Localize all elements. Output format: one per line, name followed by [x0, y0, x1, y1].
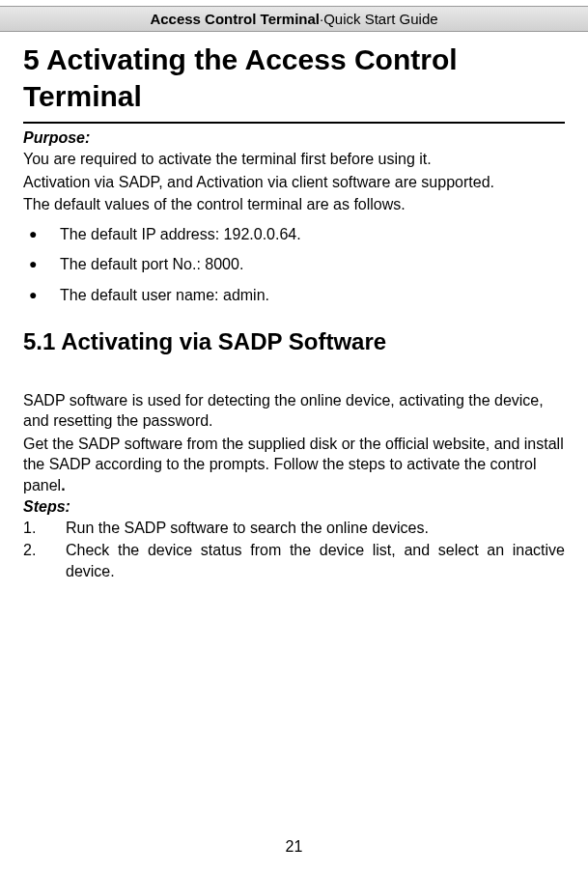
chapter-title: 5 Activating the Access Control Terminal: [23, 42, 565, 114]
defaults-list: The default IP address: 192.0.0.64. The …: [23, 219, 565, 311]
page-number: 21: [0, 838, 588, 856]
sadp-intro-1: SADP software is used for detecting the …: [23, 390, 565, 432]
header-doc-type: Quick Start Guide: [323, 11, 437, 27]
sadp-intro-2-period: .: [61, 477, 65, 493]
purpose-label: Purpose:: [23, 129, 565, 147]
sadp-intro-2: Get the SADP software from the supplied …: [23, 434, 565, 496]
list-item: The default IP address: 192.0.0.64.: [23, 219, 565, 250]
purpose-line-3: The default values of the control termin…: [23, 194, 565, 215]
purpose-line-2: Activation via SADP, and Activation via …: [23, 172, 565, 193]
page-content: 5 Activating the Access Control Terminal…: [0, 42, 588, 581]
header-product: Access Control Terminal: [150, 11, 320, 27]
list-item: Check the device status from the device …: [23, 540, 565, 581]
list-item: Run the SADP software to search the onli…: [23, 518, 565, 539]
list-item: The default user name: admin.: [23, 280, 565, 311]
purpose-line-1: You are required to activate the termina…: [23, 149, 565, 170]
sadp-intro-2-text: Get the SADP software from the supplied …: [23, 436, 564, 493]
list-item: The default port No.: 8000.: [23, 249, 565, 280]
section-title: 5.1 Activating via SADP Software: [23, 328, 565, 355]
document-header: Access Control Terminal·Quick Start Guid…: [0, 6, 588, 32]
steps-label: Steps:: [23, 498, 565, 516]
steps-list: Run the SADP software to search the onli…: [23, 518, 565, 582]
chapter-divider: [23, 122, 565, 124]
